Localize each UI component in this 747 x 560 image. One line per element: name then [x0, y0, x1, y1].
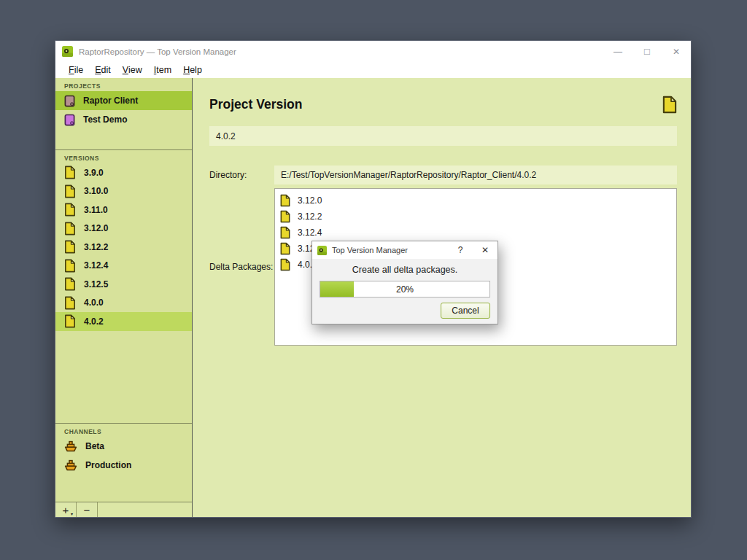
sidebar-item-channel-production[interactable]: Production	[55, 456, 192, 475]
version-label: 3.12.0	[84, 223, 108, 233]
delta-packages-label: Delta Packages:	[209, 262, 274, 272]
progress-bar: 20%	[320, 281, 490, 298]
document-icon	[64, 277, 76, 291]
app-icon	[62, 46, 73, 57]
app-icon	[317, 246, 327, 255]
project-label: Raptor Client	[83, 96, 138, 106]
document-icon	[64, 240, 76, 254]
help-button[interactable]: ?	[448, 241, 473, 259]
heading-row: Project Version	[209, 95, 677, 114]
document-icon	[280, 210, 290, 223]
directory-label: Directory:	[209, 170, 274, 180]
version-label: 4.0.0	[84, 298, 104, 308]
project-icon	[64, 114, 75, 126]
menu-file[interactable]: File	[63, 62, 89, 78]
menu-item[interactable]: Item	[148, 62, 177, 78]
directory-input[interactable]: E:/Test/TopVersionManager/RaptorReposito…	[274, 166, 677, 184]
spacer	[55, 475, 192, 502]
progress-dialog: Top Version Manager ? ✕ Create all delta…	[311, 241, 498, 324]
sidebar-item-project-raptor-client[interactable]: Raptor Client	[55, 91, 192, 110]
version-label: 3.11.0	[84, 205, 108, 215]
sidebar-item-version-selected[interactable]: 4.0.2	[55, 312, 192, 331]
version-label: 3.12.5	[84, 279, 108, 289]
project-icon	[64, 95, 75, 107]
add-dropdown-caret: ▾	[71, 511, 73, 516]
channel-label: Production	[85, 460, 131, 470]
window-title: RaptorRepository — Top Version Manager	[79, 47, 603, 56]
version-label: 3.12.2	[84, 242, 108, 252]
document-icon	[280, 242, 290, 255]
channel-label: Beta	[85, 441, 104, 451]
sidebar-toolbar: + ▾ −	[55, 502, 192, 517]
document-icon	[280, 194, 290, 207]
sidebar-item-version[interactable]: 3.12.0	[55, 219, 192, 238]
directory-row: Directory: E:/Test/TopVersionManager/Rap…	[209, 166, 677, 184]
sidebar-item-channel-beta[interactable]: Beta	[55, 437, 192, 456]
sidebar-item-version[interactable]: 3.9.0	[55, 163, 192, 182]
projects-header: PROJECTS	[55, 78, 192, 91]
titlebar: RaptorRepository — Top Version Manager —…	[55, 41, 691, 62]
menubar: File Edit View Item Help	[55, 62, 691, 78]
dialog-buttons: Cancel	[312, 303, 498, 319]
menu-help[interactable]: Help	[177, 62, 208, 78]
page-title: Project Version	[209, 97, 302, 112]
project-label: Test Demo	[83, 114, 127, 125]
sidebar: PROJECTS Raptor Client Test Demo VERSION…	[55, 78, 192, 517]
cancel-button[interactable]: Cancel	[441, 303, 490, 319]
close-button[interactable]: ✕	[662, 41, 691, 62]
version-label: 3.10.0	[84, 186, 108, 196]
version-label: 4.0.2	[84, 316, 104, 327]
document-icon	[64, 314, 76, 328]
document-icon	[64, 184, 76, 198]
sidebar-item-project-test-demo[interactable]: Test Demo	[55, 110, 192, 129]
version-input[interactable]: 4.0.2	[209, 126, 677, 146]
version-label: 3.9.0	[84, 168, 104, 178]
document-icon	[280, 226, 290, 239]
menu-view[interactable]: View	[117, 62, 148, 78]
sidebar-item-version[interactable]: 3.12.5	[55, 275, 192, 294]
sidebar-item-version[interactable]: 3.10.0	[55, 182, 192, 201]
version-label: 3.12.4	[84, 260, 108, 271]
maximize-button[interactable]: □	[632, 41, 662, 62]
dialog-close-button[interactable]: ✕	[473, 241, 498, 259]
remove-button[interactable]: −	[77, 502, 98, 517]
sidebar-item-version[interactable]: 4.0.0	[55, 294, 192, 313]
minimize-button[interactable]: —	[603, 41, 632, 62]
versions-header: VERSIONS	[55, 150, 192, 163]
document-icon	[64, 296, 76, 310]
document-icon	[64, 166, 76, 179]
ship-icon	[64, 440, 77, 453]
sidebar-item-version[interactable]: 3.11.0	[55, 201, 192, 219]
list-item[interactable]: 3.12.2	[275, 209, 676, 225]
spacer	[55, 129, 192, 149]
sidebar-item-version[interactable]: 3.12.4	[55, 257, 192, 276]
spacer	[55, 331, 192, 424]
menu-edit[interactable]: Edit	[89, 62, 117, 78]
progress-percentage: 20%	[320, 281, 489, 297]
document-icon	[64, 222, 76, 236]
document-icon	[64, 203, 76, 217]
document-icon	[280, 258, 290, 271]
ship-icon	[64, 459, 77, 472]
list-item[interactable]: 3.12.0	[275, 192, 676, 209]
add-button[interactable]: + ▾	[55, 502, 77, 517]
dialog-titlebar: Top Version Manager ? ✕	[312, 241, 498, 259]
channels-header: CHANNELS	[55, 424, 192, 437]
list-item[interactable]: 3.12.4	[275, 225, 676, 241]
dialog-message: Create all delta packages.	[312, 265, 498, 275]
document-icon	[662, 96, 677, 114]
document-icon	[64, 259, 76, 273]
dialog-title: Top Version Manager	[332, 246, 448, 254]
sidebar-item-version[interactable]: 3.12.2	[55, 238, 192, 257]
window-controls: — □ ✕	[603, 41, 691, 62]
